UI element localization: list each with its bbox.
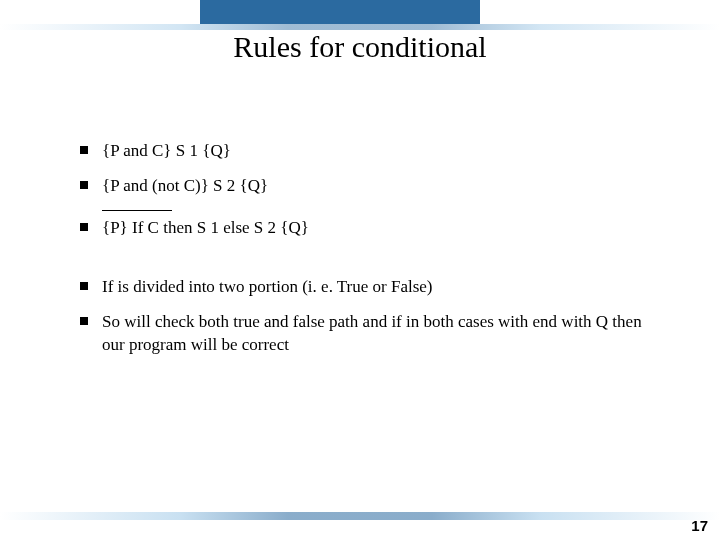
bullet-marker-icon bbox=[80, 223, 88, 231]
bullet-text: So will check both true and false path a… bbox=[102, 311, 660, 357]
bullet-marker-icon bbox=[80, 282, 88, 290]
header-accent-box bbox=[200, 0, 480, 24]
bullet-text: {P} If C then S 1 else S 2 {Q} bbox=[102, 217, 660, 240]
bullet-text: If is divided into two portion (i. e. Tr… bbox=[102, 276, 660, 299]
bullet-text: {P and (not C)} S 2 {Q} bbox=[102, 175, 660, 198]
footer-stripe bbox=[0, 512, 720, 520]
bullet-item: {P} If C then S 1 else S 2 {Q} bbox=[80, 217, 660, 240]
spacer bbox=[80, 252, 660, 276]
bullet-item: So will check both true and false path a… bbox=[80, 311, 660, 357]
inference-rule-line bbox=[102, 210, 172, 211]
page-number: 17 bbox=[691, 517, 708, 534]
bullet-marker-icon bbox=[80, 181, 88, 189]
bullet-item: {P and C} S 1 {Q} bbox=[80, 140, 660, 163]
bullet-item: If is divided into two portion (i. e. Tr… bbox=[80, 276, 660, 299]
slide: Rules for conditional {P and C} S 1 {Q} … bbox=[0, 0, 720, 540]
bullet-marker-icon bbox=[80, 146, 88, 154]
bullet-item: {P and (not C)} S 2 {Q} bbox=[80, 175, 660, 198]
bullet-marker-icon bbox=[80, 317, 88, 325]
content-area: {P and C} S 1 {Q} {P and (not C)} S 2 {Q… bbox=[80, 140, 660, 369]
slide-title: Rules for conditional bbox=[0, 30, 720, 64]
bullet-text: {P and C} S 1 {Q} bbox=[102, 140, 660, 163]
